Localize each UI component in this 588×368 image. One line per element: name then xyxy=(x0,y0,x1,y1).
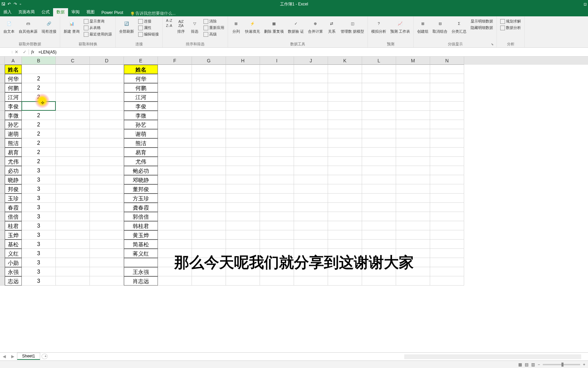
cell-A23[interactable]: 永强 xyxy=(5,267,22,276)
cell[interactable] xyxy=(362,194,396,203)
cell[interactable] xyxy=(90,166,124,175)
cell-B8[interactable]: 2 xyxy=(22,129,56,138)
cell[interactable] xyxy=(294,120,328,129)
cell[interactable] xyxy=(328,138,362,148)
zoom-slider[interactable] xyxy=(543,364,580,365)
column-header-D[interactable]: D xyxy=(90,57,124,65)
column-header-K[interactable]: K xyxy=(328,57,362,65)
cell[interactable] xyxy=(158,240,192,249)
cell[interactable] xyxy=(90,184,124,194)
cell[interactable] xyxy=(328,129,362,138)
cell[interactable] xyxy=(430,267,464,276)
cell[interactable] xyxy=(396,230,430,240)
cell-B14[interactable]: 3 xyxy=(22,184,56,194)
cell[interactable] xyxy=(294,194,328,203)
cell-E9[interactable]: 熊洁 xyxy=(124,138,158,148)
cell[interactable] xyxy=(396,111,430,120)
cell[interactable] xyxy=(294,184,328,194)
row-header[interactable] xyxy=(0,138,5,148)
column-header-H[interactable]: H xyxy=(226,57,260,65)
cell[interactable] xyxy=(192,74,226,83)
cell[interactable] xyxy=(158,148,192,157)
cell[interactable] xyxy=(56,92,90,102)
ungroup-button[interactable]: ⊟取消组合 xyxy=(431,18,449,34)
cell[interactable] xyxy=(362,102,396,111)
window-controls[interactable]: ⊡ xyxy=(584,2,587,6)
sheet-tab[interactable]: Sheet1 xyxy=(17,353,40,360)
cell[interactable] xyxy=(396,148,430,157)
cell[interactable] xyxy=(192,111,226,120)
cell-A22[interactable]: 小勋 xyxy=(5,258,22,267)
cell-A14[interactable]: 邦俊 xyxy=(5,184,22,194)
cell[interactable] xyxy=(430,249,464,258)
cell[interactable] xyxy=(56,74,90,83)
subtotal-button[interactable]: Σ分类汇总 xyxy=(450,18,468,34)
cell[interactable] xyxy=(430,102,464,111)
cell-B11[interactable]: 2 xyxy=(22,157,56,166)
cell[interactable] xyxy=(90,203,124,212)
tab-insert[interactable]: 插入 xyxy=(0,8,15,16)
reapply-button[interactable]: 重新应用 xyxy=(202,25,226,31)
cell-A18[interactable]: 桂君 xyxy=(5,221,22,230)
cell[interactable] xyxy=(294,92,328,102)
row-header[interactable] xyxy=(0,230,5,240)
cell[interactable] xyxy=(430,120,464,129)
cell[interactable] xyxy=(158,203,192,212)
cell-E11[interactable]: 尤伟 xyxy=(124,157,158,166)
cell[interactable] xyxy=(192,184,226,194)
cell[interactable] xyxy=(294,276,328,286)
cell-A12[interactable]: 必功 xyxy=(5,166,22,175)
cell[interactable] xyxy=(226,129,260,138)
cell-E7[interactable]: 孙艺 xyxy=(124,120,158,129)
cell-A5[interactable]: 李俊 xyxy=(5,102,22,111)
cell[interactable] xyxy=(260,212,294,221)
cell[interactable] xyxy=(192,166,226,175)
cell[interactable] xyxy=(362,65,396,74)
cell-E16[interactable]: 龚春霞 xyxy=(124,203,158,212)
cell[interactable] xyxy=(90,74,124,83)
cell[interactable] xyxy=(430,65,464,74)
column-header-J[interactable]: J xyxy=(294,57,328,65)
consolidate-button[interactable]: ⊕合并计算 xyxy=(307,18,324,34)
cell-E3[interactable]: 何鹏 xyxy=(124,83,158,92)
cell[interactable] xyxy=(362,148,396,157)
row-header[interactable] xyxy=(0,83,5,92)
name-box[interactable] xyxy=(0,51,12,53)
cell[interactable] xyxy=(56,157,90,166)
tab-formula[interactable]: 公式 xyxy=(38,8,53,16)
cell[interactable] xyxy=(226,194,260,203)
from-text-button[interactable]: 📄自文本 xyxy=(2,18,16,34)
cell[interactable] xyxy=(430,83,464,92)
cell-A21[interactable]: 义红 xyxy=(5,249,22,258)
cell[interactable] xyxy=(226,230,260,240)
cell-B13[interactable]: 3 xyxy=(22,175,56,184)
sort-asc-button[interactable]: A↓Z xyxy=(165,18,174,23)
cell[interactable] xyxy=(362,175,396,184)
cell[interactable] xyxy=(294,148,328,157)
cell[interactable] xyxy=(56,83,90,92)
cell[interactable] xyxy=(396,203,430,212)
cell[interactable] xyxy=(396,166,430,175)
cell[interactable] xyxy=(158,212,192,221)
cell[interactable] xyxy=(260,148,294,157)
sort-desc-button[interactable]: Z↓A xyxy=(165,24,174,28)
cell[interactable] xyxy=(158,74,192,83)
cell[interactable] xyxy=(328,221,362,230)
cell[interactable] xyxy=(260,102,294,111)
cell-C1[interactable] xyxy=(56,65,90,74)
cell[interactable] xyxy=(90,120,124,129)
spreadsheet-grid[interactable]: ABCDEFGHIJKLMN 姓名姓名何华2何华何鹏2何鹏江河2江河李俊李俊李微… xyxy=(0,57,588,286)
cell[interactable] xyxy=(328,240,362,249)
row-header[interactable] xyxy=(0,157,5,166)
cell-A1[interactable]: 姓名 xyxy=(5,65,22,74)
cell[interactable] xyxy=(362,166,396,175)
row-header[interactable] xyxy=(0,212,5,221)
cell-E19[interactable]: 黄玉烨 xyxy=(124,230,158,240)
cell[interactable] xyxy=(158,166,192,175)
cell[interactable] xyxy=(226,148,260,157)
cell[interactable] xyxy=(430,111,464,120)
view-pagebreak-icon[interactable]: ▥ xyxy=(531,362,535,367)
add-sheet-button[interactable]: + xyxy=(42,354,48,359)
sheet-nav-prev[interactable]: ◀ xyxy=(0,354,9,359)
cell[interactable] xyxy=(260,175,294,184)
